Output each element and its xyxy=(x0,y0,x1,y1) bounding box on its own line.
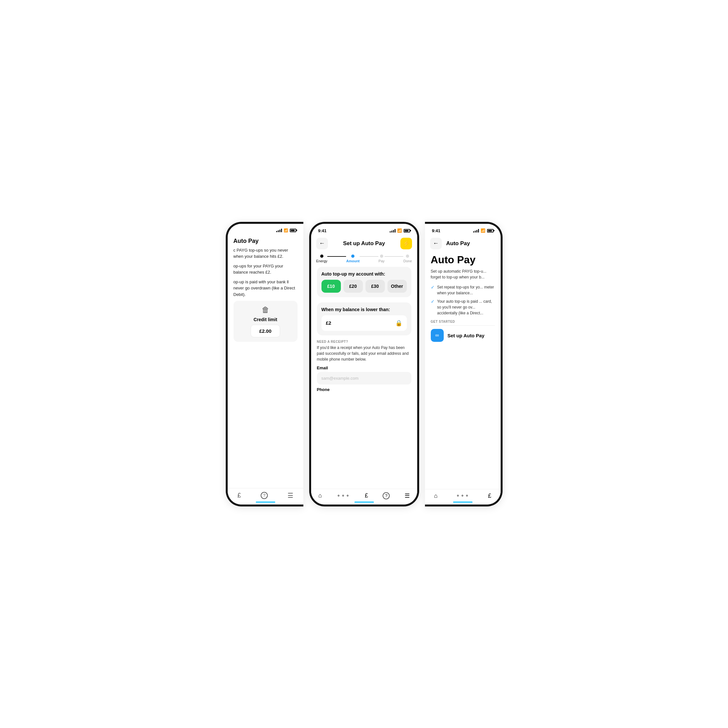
back-arrow-right: ← xyxy=(433,240,439,247)
nav-item-menu-center[interactable]: ☰ xyxy=(405,492,410,499)
wifi-icon-center: 📶 xyxy=(397,228,402,233)
lightning-icon: ⚡ xyxy=(403,240,410,247)
back-arrow-center: ← xyxy=(319,240,325,247)
center-page-title: Set up Auto Pay xyxy=(343,240,385,247)
balance-card: When my balance is lower than: £2 🔒 xyxy=(317,302,411,335)
right-page-title: Auto Pay xyxy=(446,240,470,247)
amount-btn-30[interactable]: £30 xyxy=(366,280,385,293)
battery-icon-right xyxy=(487,229,494,232)
credit-amount: £2.00 xyxy=(251,325,280,337)
phone-left: 📶 Auto Pay c PAYG top-ups so you never w… xyxy=(226,222,303,506)
left-desc3: op-up is paid with your bank ll never go… xyxy=(234,279,298,298)
nav-item-help-left[interactable]: ? xyxy=(261,492,268,499)
wifi-icon-right: 📶 xyxy=(480,228,485,233)
phone-right: 9:41 📶 ← Auto Pay Auto Pay Se xyxy=(425,222,503,506)
check-icon-1: ✓ xyxy=(431,284,435,290)
step-amount: Amount xyxy=(346,254,359,263)
nav-item-menu-left[interactable]: ☰ xyxy=(288,492,293,499)
signal-icon-center xyxy=(390,229,396,232)
phone-center: 9:41 📶 ← Set up Auto Pay ⚡ xyxy=(309,222,419,506)
email-label: Email xyxy=(317,366,411,370)
signal-icon-right xyxy=(473,229,479,232)
balance-title: When my balance is lower than: xyxy=(321,307,407,312)
left-page-title: Auto Pay xyxy=(228,234,303,247)
nav-item-pound-center[interactable]: £ xyxy=(365,492,368,499)
time-center: 9:41 xyxy=(318,228,327,233)
back-button-center[interactable]: ← xyxy=(316,238,328,249)
time-right: 9:41 xyxy=(432,228,440,233)
signal-icon-left xyxy=(276,228,282,232)
left-body: c PAYG top-ups so you never when your ba… xyxy=(228,247,303,488)
help-icon-left: ? xyxy=(261,492,268,499)
setup-btn-label: Set up Auto Pay xyxy=(448,333,485,338)
step-label-pay: Pay xyxy=(378,259,385,263)
infinity-icon: ∞ xyxy=(435,332,439,338)
menu-icon-center: ☰ xyxy=(405,492,410,499)
nav-item-pound-right[interactable]: £ xyxy=(488,492,491,499)
lightning-button[interactable]: ⚡ xyxy=(401,238,412,249)
step-dot-energy xyxy=(320,254,323,258)
check-text-2: Your auto top-up is paid ... card, so yo… xyxy=(437,298,495,316)
center-page-content: Auto top-up my account with: £10 £20 £30… xyxy=(311,264,417,489)
scene: 📶 Auto Pay c PAYG top-ups so you never w… xyxy=(193,193,535,535)
lock-icon: 🔒 xyxy=(395,320,402,327)
step-energy: Energy xyxy=(316,254,327,263)
home-icon-right: ⌂ xyxy=(434,492,437,499)
help-icon-center: ? xyxy=(382,492,390,499)
step-done: Done xyxy=(403,254,412,263)
step-dot-amount xyxy=(351,254,355,258)
receipt-text: If you'd like a receipt when your Auto P… xyxy=(317,345,411,362)
step-label-amount: Amount xyxy=(346,259,359,263)
right-header: ← Auto Pay xyxy=(425,235,501,251)
topup-card: Auto top-up my account with: £10 £20 £30… xyxy=(317,267,411,297)
battery-icon-left xyxy=(290,229,296,232)
topup-title: Auto top-up my account with: xyxy=(321,271,407,277)
pound-icon-center: £ xyxy=(365,492,368,499)
amount-options: £10 £20 £30 Other xyxy=(321,280,407,293)
check-text-1: Set repeat top-ups for yo... meter when … xyxy=(437,284,495,296)
step-dot-pay xyxy=(380,254,383,258)
receipt-section: NEED A RECEIPT? If you'd like a receipt … xyxy=(317,338,411,395)
check-item-2: ✓ Your auto top-up is paid ... card, so … xyxy=(431,298,495,316)
balance-row: £2 🔒 xyxy=(321,315,407,331)
stepper: Energy Amount Pay Done xyxy=(311,251,417,264)
check-icon-2: ✓ xyxy=(431,299,435,304)
divider-right xyxy=(431,325,495,326)
back-button-right[interactable]: ← xyxy=(430,238,442,249)
amount-btn-20[interactable]: £20 xyxy=(343,280,363,293)
status-bar-center: 9:41 📶 xyxy=(311,224,417,235)
step-pay: Pay xyxy=(378,254,385,263)
status-bar-right: 9:41 📶 xyxy=(425,224,501,235)
step-label-done: Done xyxy=(403,259,412,263)
left-desc2: op-ups for your PAYG your balance reache… xyxy=(234,263,298,275)
setup-auto-pay-button[interactable]: ∞ Set up Auto Pay xyxy=(431,329,495,342)
amount-btn-10[interactable]: £10 xyxy=(321,280,341,293)
nav-item-dots-right[interactable]: ⚬⚬⚬ xyxy=(456,493,470,499)
right-bottom-indicator xyxy=(453,502,473,503)
phone-label: Phone xyxy=(317,387,411,392)
dots-icon-center: ⚬⚬⚬ xyxy=(336,493,350,499)
nav-item-help-center[interactable]: ? xyxy=(382,492,390,499)
step-label-energy: Energy xyxy=(316,259,327,263)
center-bottom-indicator xyxy=(355,502,374,503)
credit-label: Credit limit xyxy=(254,317,277,322)
nav-item-home-right[interactable]: ⌂ xyxy=(434,492,437,499)
nav-item-home-center[interactable]: ⌂ xyxy=(318,492,322,499)
autopay-icon-btn: ∞ xyxy=(431,329,444,342)
check-item-1: ✓ Set repeat top-ups for yo... meter whe… xyxy=(431,284,495,296)
left-title-text: Auto Pay xyxy=(234,238,259,244)
left-bottom-indicator xyxy=(256,502,275,503)
nav-item-pound-left[interactable]: £ xyxy=(237,492,241,499)
dots-icon-right: ⚬⚬⚬ xyxy=(456,493,470,499)
trash-icon: 🗑 xyxy=(262,305,269,314)
battery-icon-center xyxy=(404,229,410,232)
nav-item-dots-center[interactable]: ⚬⚬⚬ xyxy=(336,493,350,499)
email-input[interactable]: sam@example.com xyxy=(317,372,411,385)
step-dot-done xyxy=(406,254,409,258)
pound-icon-right: £ xyxy=(488,492,491,499)
amount-btn-other[interactable]: Other xyxy=(387,280,407,293)
step-line-3 xyxy=(385,256,403,257)
receipt-label: NEED A RECEIPT? xyxy=(317,340,411,343)
wifi-icon-left: 📶 xyxy=(284,228,288,232)
center-header: ← Set up Auto Pay ⚡ xyxy=(311,235,417,251)
